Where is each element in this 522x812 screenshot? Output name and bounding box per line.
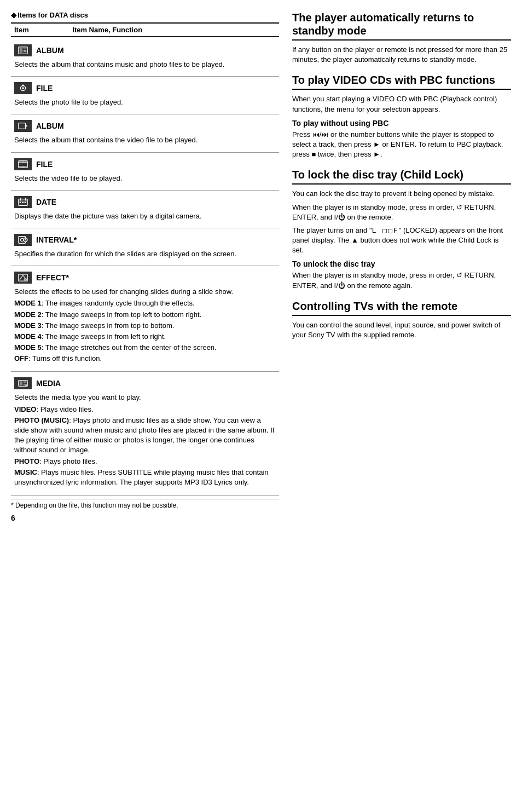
item-row-effect: EFFECT* Selects the effects to be used f… (11, 266, 279, 372)
child-lock-title: To lock the disc tray (Child Lock) (292, 168, 511, 185)
unlock-body: When the player is in standby mode, pres… (292, 270, 511, 290)
items-table: Item Item Name, Function (11, 22, 279, 37)
item-row-file-photo: FILE Selects the photo file to be played… (11, 77, 279, 114)
section-pbc: To play VIDEO CDs with PBC functions Whe… (292, 73, 511, 159)
file-video-desc: Selects the video file to be played. (11, 172, 279, 187)
tv-remote-title: Controlling TVs with the remote (292, 300, 511, 316)
standby-title: The player automatically returns to stan… (292, 11, 511, 41)
left-column: Items for DATA discs Item Item Name, Fun… (11, 11, 279, 522)
svg-rect-8 (19, 123, 26, 129)
media-video: VIDEO: Plays video files. (14, 405, 276, 414)
svg-rect-38 (24, 382, 26, 383)
item-row-file-video: FILE Selects the video file to be played… (11, 153, 279, 191)
file-photo-desc: Selects the photo file to be played. (11, 96, 279, 111)
file-photo-name: FILE (36, 84, 53, 93)
unlock-title: To unlock the disc tray (292, 260, 511, 268)
pbc-sub-body: Press ⏮/⏭ or the number buttons while th… (292, 130, 511, 160)
effect-mode1: MODE 1: The images randomly cycle throug… (14, 298, 276, 308)
pbc-title: To play VIDEO CDs with PBC functions (292, 73, 511, 90)
file-video-name: FILE (36, 160, 53, 169)
section-header-data-discs: Items for DATA discs (11, 11, 279, 19)
effect-desc: Selects the effects to be used for chang… (11, 286, 279, 368)
section-tv-remote: Controlling TVs with the remote You can … (292, 300, 511, 340)
album-video-desc: Selects the album that contains the vide… (11, 134, 279, 148)
file-photo-icon (14, 82, 32, 94)
interval-name: INTERVAL* (36, 235, 77, 244)
svg-rect-1 (20, 48, 22, 53)
svg-rect-26 (22, 202, 24, 203)
child-lock-body1: You can lock the disc tray to prevent it… (292, 189, 511, 199)
interval-desc: Specifies the duration for which the sli… (11, 248, 279, 262)
item-row-interval: INTERVAL* Specifies the duration for whi… (11, 228, 279, 266)
album-music-icon (14, 44, 32, 56)
svg-point-35 (24, 278, 27, 280)
svg-point-29 (21, 238, 24, 241)
album-video-name: ALBUM (36, 122, 64, 130)
media-main-desc: Selects the media type you want to play. (14, 393, 276, 402)
right-column: The player automatically returns to stan… (292, 11, 511, 522)
col-header-item: Item (11, 23, 69, 37)
svg-point-40 (26, 385, 28, 387)
section-child-lock: To lock the disc tray (Child Lock) You c… (292, 168, 511, 291)
svg-rect-37 (20, 382, 22, 385)
effect-name: EFFECT* (36, 273, 69, 282)
media-desc: Selects the media type you want to play.… (11, 391, 279, 492)
col-header-function: Item Name, Function (69, 23, 279, 37)
item-row-media: MEDIA Selects the media type you want to… (11, 372, 279, 496)
effect-mode5: MODE 5: The image stretches out from the… (14, 343, 276, 353)
interval-icon (14, 234, 32, 246)
effect-mode2: MODE 2: The image sweeps in from top lef… (14, 310, 276, 320)
effect-off: OFF: Turns off this function. (14, 354, 276, 364)
media-name: MEDIA (36, 379, 61, 388)
item-row-album-video: ALBUM Selects the album that contains th… (11, 114, 279, 152)
svg-rect-27 (25, 202, 26, 203)
media-icon (14, 377, 32, 389)
child-lock-body3: The player turns on and "L □□F" (LOCKED)… (292, 226, 511, 256)
album-music-desc: Selects the album that contains music an… (11, 59, 279, 73)
page-container: Items for DATA discs Item Item Name, Fun… (11, 11, 511, 522)
effect-mode3: MODE 3: The image sweeps in from top to … (14, 321, 276, 331)
effect-icon (14, 272, 32, 284)
media-music: MUSIC: Plays music files. Press SUBTITLE… (14, 468, 276, 487)
svg-rect-7 (22, 85, 24, 87)
locked-display: L □□F (372, 226, 399, 234)
album-video-icon (14, 120, 32, 132)
svg-rect-25 (20, 202, 21, 203)
date-name: DATE (36, 198, 56, 206)
item-row-album-music: ALBUM Selects the album that contains mu… (11, 39, 279, 77)
child-lock-body2: When the player is in standby mode, pres… (292, 203, 511, 222)
album-music-name: ALBUM (36, 46, 64, 55)
footnote: * Depending on the file, this function m… (11, 499, 279, 509)
tv-remote-body: You can control the sound level, input s… (292, 320, 511, 340)
media-photo: PHOTO: Plays photo files. (14, 457, 276, 467)
media-photo-music: PHOTO (MUSIC): Plays photo and music fil… (14, 416, 276, 456)
svg-marker-9 (26, 125, 28, 128)
standby-body: If any button on the player or remote is… (292, 45, 511, 65)
date-desc: Displays the date the picture was taken … (11, 210, 279, 224)
item-row-date: DATE Displays the date the picture was t… (11, 191, 279, 228)
effect-mode4: MODE 4: The image sweeps in from left to… (14, 332, 276, 342)
effect-main-desc: Selects the effects to be used for chang… (14, 287, 276, 297)
date-icon (14, 196, 32, 208)
svg-point-6 (22, 87, 24, 89)
section-standby: The player automatically returns to stan… (292, 11, 511, 65)
page-number: 6 (11, 514, 279, 522)
pbc-sub-title: To play without using PBC (292, 119, 511, 128)
file-video-icon (14, 158, 32, 170)
pbc-body: When you start playing a VIDEO CD with P… (292, 94, 511, 114)
